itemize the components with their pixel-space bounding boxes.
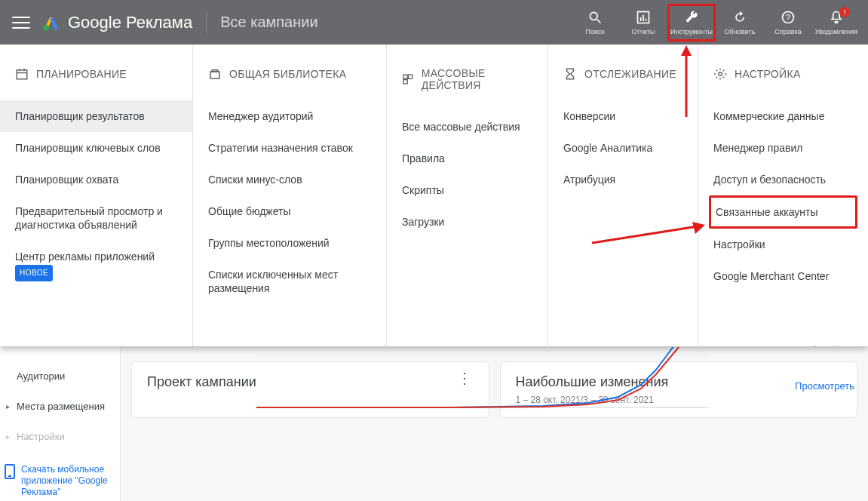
library-icon bbox=[208, 67, 222, 81]
menu-item-analytics[interactable]: Google Аналитика bbox=[563, 132, 682, 164]
mega-title-settings: НАСТРОЙКА bbox=[735, 68, 801, 80]
svg-rect-14 bbox=[212, 70, 218, 72]
svg-rect-15 bbox=[403, 75, 407, 78]
mega-title-bulk: МАССОВЫЕ ДЕЙСТВИЯ bbox=[422, 67, 532, 91]
svg-point-1 bbox=[590, 12, 597, 20]
svg-point-0 bbox=[43, 25, 49, 31]
mega-col-tracking: ОТСЛЕЖИВАНИЕ Конверсии Google Аналитика … bbox=[547, 45, 698, 346]
brand-logo-wrap[interactable]: Google Реклама bbox=[42, 13, 192, 32]
svg-rect-16 bbox=[409, 75, 413, 78]
help-icon: ? bbox=[780, 9, 796, 26]
bulk-icon bbox=[402, 72, 414, 86]
menu-item-keyword-planner[interactable]: Планировщик ключевых слов bbox=[15, 132, 177, 164]
phone-icon bbox=[5, 464, 15, 479]
svg-rect-6 bbox=[646, 19, 647, 21]
app-header: Google Реклама Все кампании Поиск Отчеты… bbox=[0, 0, 868, 45]
notifications-label: Уведомления bbox=[815, 28, 857, 35]
mega-head-planning: ПЛАНИРОВАНИЕ bbox=[15, 67, 177, 81]
mega-title-tracking: ОТСЛЕЖИВАНИЕ bbox=[584, 68, 676, 80]
mega-head-bulk: МАССОВЫЕ ДЕЙСТВИЯ bbox=[402, 67, 532, 91]
menu-item-ad-preview[interactable]: Предварительный просмотр и диагностика о… bbox=[15, 195, 177, 241]
refresh-button[interactable]: Обновить bbox=[716, 4, 764, 41]
notifications-button[interactable]: ! Уведомления bbox=[812, 4, 860, 41]
svg-rect-9 bbox=[17, 70, 27, 79]
svg-rect-13 bbox=[210, 72, 219, 78]
svg-point-18 bbox=[719, 72, 722, 76]
menu-item-business-data[interactable]: Коммерческие данные bbox=[713, 100, 853, 132]
mega-col-planning: ПЛАНИРОВАНИЕ Планировщик результатов Пла… bbox=[0, 45, 192, 346]
tools-button[interactable]: Инструменты bbox=[667, 4, 716, 41]
sidebar-item-audiences[interactable]: Аудитории bbox=[0, 361, 120, 392]
search-label: Поиск bbox=[586, 28, 605, 35]
page-title: Все кампании bbox=[220, 14, 317, 31]
notification-badge: ! bbox=[839, 7, 850, 17]
sidebar-item-placements[interactable]: Места размещения bbox=[0, 392, 120, 422]
header-divider bbox=[206, 11, 207, 34]
new-badge: НОВОЕ bbox=[15, 265, 53, 281]
menu-item-uploads[interactable]: Загрузки bbox=[402, 206, 532, 238]
svg-rect-4 bbox=[640, 17, 642, 21]
menu-item-placement-exclusions[interactable]: Списки исключенных мест размещения bbox=[208, 259, 371, 304]
app-download-promo[interactable]: Скачать мобильное приложение "Google Рек… bbox=[5, 464, 115, 498]
menu-icon[interactable] bbox=[12, 14, 30, 32]
gear-icon bbox=[713, 67, 727, 81]
header-actions: Поиск Отчеты Инструменты Обновить ? Спра… bbox=[571, 4, 860, 41]
google-ads-logo-icon bbox=[42, 14, 60, 32]
refresh-label: Обновить bbox=[725, 28, 756, 35]
menu-item-performance-planner[interactable]: Планировщик результатов bbox=[0, 100, 192, 132]
sidebar-item-settings[interactable]: Настройки bbox=[0, 422, 120, 452]
menu-item-reach-planner[interactable]: Планировщик охвата bbox=[15, 164, 177, 195]
search-icon bbox=[587, 9, 603, 26]
menu-item-rules[interactable]: Правила bbox=[402, 143, 532, 174]
reports-icon bbox=[635, 9, 652, 26]
brand-sub: Реклама bbox=[126, 13, 192, 32]
menu-item-scripts[interactable]: Скрипты bbox=[402, 174, 532, 206]
mega-col-bulk: МАССОВЫЕ ДЕЙСТВИЯ Все массовые действия … bbox=[386, 45, 547, 346]
mega-head-shared: ОБЩАЯ БИБЛИОТЕКА bbox=[208, 67, 371, 81]
refresh-icon bbox=[732, 9, 748, 26]
mega-col-settings: НАСТРОЙКА Коммерческие данные Менеджер п… bbox=[698, 45, 868, 346]
menu-item-conversions[interactable]: Конверсии bbox=[563, 100, 682, 132]
app-promo-text: Скачать мобильное приложение "Google Рек… bbox=[21, 464, 115, 498]
calendar-icon bbox=[15, 67, 29, 81]
svg-text:?: ? bbox=[786, 13, 790, 22]
hourglass-icon bbox=[563, 67, 577, 81]
svg-rect-17 bbox=[403, 80, 407, 84]
svg-rect-5 bbox=[643, 15, 644, 21]
mega-title-shared: ОБЩАЯ БИБЛИОТЕКА bbox=[229, 68, 346, 80]
mega-title-planning: ПЛАНИРОВАНИЕ bbox=[36, 68, 127, 80]
menu-item-audience-manager[interactable]: Менеджер аудиторий bbox=[208, 100, 371, 132]
tools-mega-menu: ПЛАНИРОВАНИЕ Планировщик результатов Пла… bbox=[0, 45, 868, 346]
menu-item-policy-manager[interactable]: Менеджер правил bbox=[713, 132, 853, 164]
menu-item-location-groups[interactable]: Группы местоположений bbox=[208, 227, 371, 259]
help-button[interactable]: ? Справка bbox=[764, 4, 812, 41]
reports-label: Отчеты bbox=[631, 28, 655, 35]
menu-item-preferences[interactable]: Настройки bbox=[713, 229, 853, 260]
menu-item-attribution[interactable]: Атрибуция bbox=[563, 164, 682, 195]
svg-line-2 bbox=[597, 20, 601, 23]
mega-head-tracking: ОТСЛЕЖИВАНИЕ bbox=[563, 67, 682, 81]
menu-item-shared-budgets[interactable]: Общие бюджеты bbox=[208, 195, 371, 227]
menu-item-app-hub-label: Центр рекламы приложений bbox=[15, 250, 155, 263]
menu-item-negative-keywords[interactable]: Списки минус-слов bbox=[208, 164, 371, 195]
brand-text: Google Реклама bbox=[68, 13, 192, 32]
wrench-icon bbox=[683, 9, 700, 26]
tools-label: Инструменты bbox=[670, 28, 713, 35]
menu-item-linked-accounts[interactable]: Связанные аккаунты bbox=[709, 195, 857, 229]
mega-col-shared: ОБЩАЯ БИБЛИОТЕКА Менеджер аудиторий Стра… bbox=[192, 45, 386, 346]
menu-item-all-bulk[interactable]: Все массовые действия bbox=[402, 111, 532, 143]
menu-item-bid-strategies[interactable]: Стратегии назначения ставок bbox=[208, 132, 371, 164]
mega-head-settings: НАСТРОЙКА bbox=[713, 67, 853, 81]
brand-main: Google bbox=[68, 13, 121, 32]
overview-chart bbox=[226, 347, 754, 438]
reports-button[interactable]: Отчеты bbox=[619, 4, 667, 41]
help-label: Справка bbox=[774, 28, 801, 35]
search-button[interactable]: Поиск bbox=[571, 4, 619, 41]
view-link[interactable]: Просмотреть bbox=[795, 380, 854, 392]
menu-item-app-hub[interactable]: Центр рекламы приложений НОВОЕ bbox=[15, 241, 177, 290]
menu-item-access-security[interactable]: Доступ и безопасность bbox=[713, 164, 853, 195]
menu-item-merchant-center[interactable]: Google Merchant Center bbox=[713, 260, 853, 292]
